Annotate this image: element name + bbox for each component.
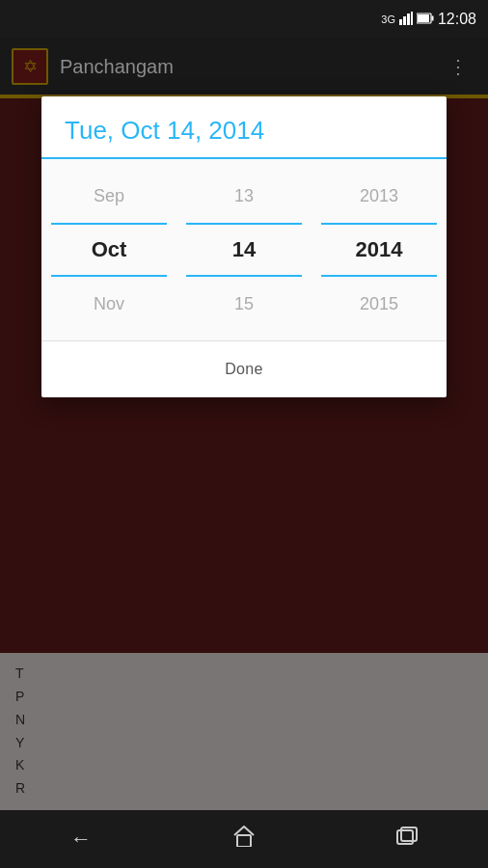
svg-rect-2 [407,14,410,25]
done-button[interactable]: Done [202,353,285,386]
date-picker-dialog: Tue, Oct 14, 2014 Sep Oct Nov 13 14 15 2… [41,96,447,397]
month-next[interactable]: Nov [51,277,167,331]
day-next[interactable]: 15 [186,277,302,331]
svg-rect-1 [403,16,406,25]
status-bar: 3G 12:08 [0,0,488,39]
year-selected[interactable]: 2014 [321,223,437,277]
picker-container[interactable]: Sep Oct Nov 13 14 15 2013 2014 2015 [41,159,447,340]
year-next[interactable]: 2015 [321,277,437,331]
back-button[interactable]: ← [70,827,92,852]
svg-rect-6 [418,14,429,22]
year-prev[interactable]: 2013 [321,169,437,223]
status-icons: 3G 12:08 [381,11,476,28]
dialog-header: Tue, Oct 14, 2014 [41,96,447,159]
month-picker-column[interactable]: Sep Oct Nov [51,169,167,331]
year-picker-column[interactable]: 2013 2014 2015 [321,169,437,331]
dialog-overlay: Tue, Oct 14, 2014 Sep Oct Nov 13 14 15 2… [0,39,488,810]
battery-icon [417,13,434,26]
svg-rect-13 [237,835,251,847]
month-prev[interactable]: Sep [51,169,167,223]
month-selected[interactable]: Oct [51,223,167,277]
nav-bar: ← [0,810,488,868]
signal-icon: 3G [381,14,395,25]
status-time: 12:08 [438,11,476,28]
home-button[interactable] [232,826,256,853]
recent-apps-button[interactable] [396,827,418,852]
svg-rect-5 [431,16,433,21]
signal-bars-icon [399,12,413,27]
day-picker-column[interactable]: 13 14 15 [186,169,302,331]
svg-rect-3 [411,12,413,25]
dialog-footer: Done [41,340,447,397]
dialog-date-title: Tue, Oct 14, 2014 [65,116,423,146]
day-selected[interactable]: 14 [186,223,302,277]
svg-rect-0 [399,19,402,25]
day-prev[interactable]: 13 [186,169,302,223]
